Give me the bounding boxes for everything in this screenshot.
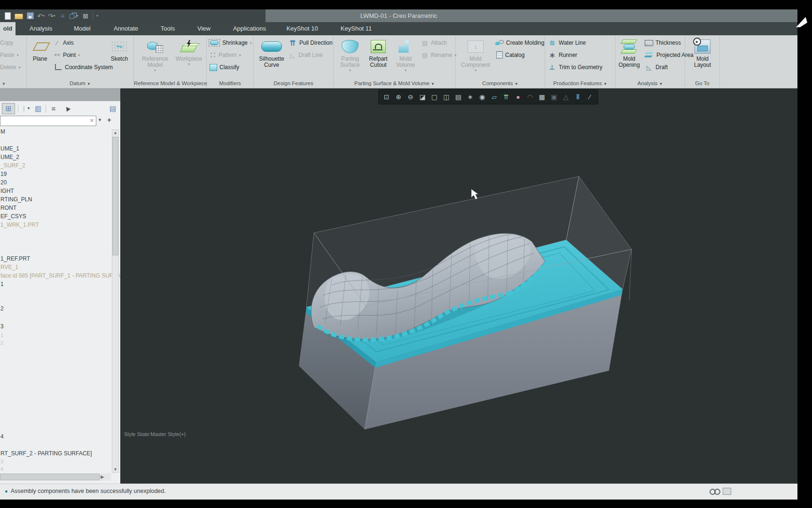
classify-button[interactable]: Classify: [210, 62, 239, 73]
annotation-display-icon[interactable]: ◉: [476, 91, 488, 103]
axis-button[interactable]: ∕Axis: [53, 37, 74, 48]
tree-column-display-icon[interactable]: ▥: [33, 103, 43, 114]
mold-layout-button[interactable]: ▶ Mold Layout: [688, 37, 717, 68]
sketch-button[interactable]: ~ Sketch: [108, 37, 131, 62]
tree-item[interactable]: IGHT: [0, 187, 14, 195]
tree-item[interactable]: 2: [0, 339, 3, 347]
tree-settings-icon[interactable]: ▤: [108, 103, 117, 114]
tree-horizontal-scrollbar[interactable]: ▶: [0, 473, 111, 481]
spin-center-icon[interactable]: ▱: [489, 91, 500, 103]
pause-icon[interactable]: ‖: [572, 91, 584, 103]
tree-item[interactable]: _SURF_2: [0, 162, 25, 170]
clear-search-icon[interactable]: ✕: [90, 118, 94, 124]
close-window-icon[interactable]: ⊠: [82, 11, 89, 21]
appearances-icon[interactable]: ●: [513, 91, 524, 103]
graphics-viewport[interactable]: ⊡⊕⊖◪▢◫▤∗◉▱⇈●◠▦▣△‖∕ Style State:Master St…: [120, 88, 797, 484]
open-file-icon[interactable]: [15, 11, 23, 21]
point-button[interactable]: ✕✕Point▾: [53, 49, 80, 61]
regenerate-icon[interactable]: ≡: [59, 11, 66, 21]
pull-direction-button[interactable]: ⇈Pull Direction: [289, 37, 333, 48]
coordinate-system-button[interactable]: Coordinate System: [53, 62, 113, 73]
refpart-cutout-button[interactable]: Refpart Cutout: [366, 37, 391, 68]
copy-button[interactable]: Copy: [0, 37, 13, 48]
tree-item[interactable]: 3: [0, 458, 3, 466]
group-label-components[interactable]: Components ▼: [456, 80, 545, 86]
windows-icon[interactable]: ▾: [70, 11, 78, 21]
group-label-datum[interactable]: Datum ▼: [27, 80, 133, 86]
tree-item[interactable]: UME_1: [0, 145, 19, 153]
redo-icon[interactable]: ↷▾: [48, 11, 55, 21]
new-file-icon[interactable]: [4, 11, 11, 21]
thickness-button[interactable]: Thickness: [645, 37, 681, 48]
reference-model-button[interactable]: Reference Model▾: [140, 37, 171, 72]
tree-item[interactable]: EF_CSYS: [0, 213, 26, 221]
mold-opening-display-icon[interactable]: ⇈: [500, 91, 512, 103]
create-molding-button[interactable]: Create Molding: [495, 37, 544, 48]
draft-line-button[interactable]: ◺Draft Line: [289, 49, 323, 61]
silhouette-curve-button[interactable]: Silhouette Curve: [257, 37, 287, 68]
group-label-production-features[interactable]: Production Features ▼: [545, 80, 615, 86]
tree-item[interactable]: 1_WRK_1.PRT: [0, 221, 39, 229]
layers-icon[interactable]: ≡: [49, 103, 58, 114]
ribbon-tab[interactable]: Annotate: [106, 22, 146, 35]
undo-icon[interactable]: ↶▾: [37, 11, 45, 21]
find-binoculars-icon[interactable]: [710, 489, 720, 494]
geometry-checks-icon[interactable]: △: [560, 91, 571, 103]
attach-button[interactable]: ▤Attach: [421, 37, 447, 48]
ribbon-tab[interactable]: Model: [66, 22, 99, 35]
tree-item[interactable]: 1_REF.PRT: [0, 255, 30, 263]
datum-display-icon[interactable]: ∗: [465, 91, 476, 103]
ribbon-tab[interactable]: old: [0, 22, 16, 35]
draft-button[interactable]: ◺Draft: [645, 62, 668, 73]
rename-button[interactable]: ▤Rename▾: [421, 49, 456, 61]
tree-filter-icon[interactable]: ⋮▼: [21, 103, 31, 114]
tree-item[interactable]: M: [0, 128, 5, 136]
display-style-icon[interactable]: ▢: [429, 91, 440, 103]
delete-button[interactable]: Delete▾: [0, 62, 21, 73]
mold-opening-button[interactable]: Mold Opening: [616, 37, 643, 68]
select-arrow-icon[interactable]: [61, 103, 70, 114]
qat-customize-arrow-icon[interactable]: ▾: [96, 14, 98, 18]
ribbon-tab[interactable]: KeyShot 10: [284, 22, 320, 35]
group-label-design-features[interactable]: Design Features: [254, 80, 333, 86]
tree-item[interactable]: RVE_1: [0, 263, 18, 271]
pattern-button[interactable]: Pattern▾: [210, 49, 241, 61]
tree-vertical-scrollbar[interactable]: ▲ ▼: [112, 129, 119, 473]
tree-item[interactable]: RT_SURF_2 - PARTING SURFACE]: [0, 450, 92, 458]
ribbon-tab[interactable]: Tools: [154, 22, 181, 35]
tree-item[interactable]: 1: [0, 280, 4, 288]
ribbon-tab[interactable]: View: [192, 22, 216, 35]
refit-icon[interactable]: ⊡: [381, 91, 392, 103]
tree-item[interactable]: 3: [0, 323, 4, 331]
plane-button[interactable]: Plane: [29, 37, 51, 62]
group-label-reference-workpiece[interactable]: Reference Model & Workpiece: [134, 80, 206, 86]
saved-views-icon[interactable]: ◫: [441, 91, 452, 103]
save-icon[interactable]: [26, 11, 34, 21]
zoom-out-icon[interactable]: ⊖: [405, 91, 416, 103]
group-label-analysis[interactable]: Analysis ▼: [616, 80, 685, 86]
runner-button[interactable]: ∗Runner: [548, 49, 577, 61]
tree-item[interactable]: 4: [0, 465, 3, 473]
status-panel-icon[interactable]: [723, 488, 731, 495]
tree-item[interactable]: UME_2: [0, 153, 19, 161]
group-label-goto[interactable]: Go To: [685, 80, 719, 86]
workpiece-button[interactable]: Workpiece▾: [174, 37, 203, 66]
ribbon-tab[interactable]: Applications: [229, 22, 270, 35]
tree-item[interactable]: RTING_PLN: [0, 196, 32, 204]
tree-item[interactable]: 1: [0, 332, 3, 340]
tree-item[interactable]: 4: [0, 433, 4, 441]
tree-item[interactable]: 2: [0, 305, 4, 313]
search-add-icon[interactable]: +: [107, 116, 111, 124]
shrinkage-button[interactable]: Shrinkage▾: [209, 37, 252, 48]
view-manager-icon[interactable]: ▤: [453, 91, 464, 103]
catalog-button[interactable]: Catalog: [496, 49, 524, 61]
clipboard-overflow-arrow[interactable]: ▼: [0, 82, 28, 86]
repaint-icon[interactable]: ◪: [417, 91, 428, 103]
tree-columns-toggle-icon[interactable]: ⊞: [2, 103, 15, 114]
mold-component-button[interactable]: ↓ Mold Component▾: [458, 37, 493, 72]
tree-item[interactable]: 20: [0, 179, 7, 187]
search-dropdown-icon[interactable]: ▼: [98, 118, 102, 122]
section-icon[interactable]: ▣: [548, 91, 560, 103]
zoom-in-icon[interactable]: ⊕: [393, 91, 404, 103]
vertical-scroll-thumb[interactable]: [112, 137, 118, 255]
